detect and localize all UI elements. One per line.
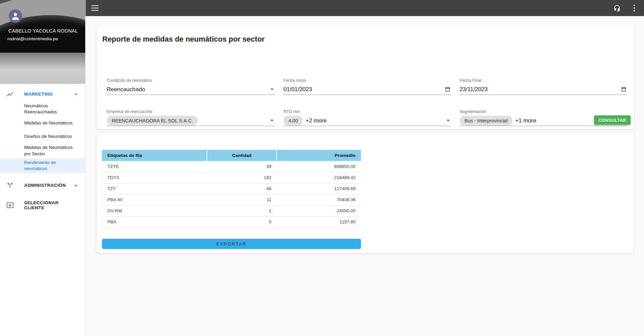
dropdown-arrow-icon — [270, 120, 274, 121]
sidebar: CABELLO YACOLCA RODNAL rodnal@contentmed… — [0, 0, 86, 336]
rtd-min-chip[interactable]: 4.00 — [283, 116, 303, 126]
rtd-min-more: +2 more — [306, 117, 327, 124]
field-fecha-inicio: Fecha Inicio 01/01/2023 — [283, 78, 451, 94]
menu-icon[interactable] — [91, 5, 99, 11]
table-row: TZY 48 127409.69 — [102, 183, 361, 194]
table-row: PBA 60 11 70438.36 — [102, 194, 361, 205]
cell-promedio: 698850.00 — [277, 161, 361, 172]
table-row: TDY3 192 218489.42 — [102, 172, 361, 183]
chevron-up-icon — [72, 91, 79, 98]
sidebar-item-neumaticos-reencauchados[interactable]: Neumáticos Reencauchados — [0, 102, 85, 116]
empresa-select[interactable]: REENCAUCHADORA EL SOL S.A.C. — [107, 116, 275, 126]
marketing-label: MARKETING — [24, 92, 72, 97]
user-name: CABELLO YACOLCA RODNAL — [8, 28, 78, 34]
condicion-select[interactable]: Reencauchado — [107, 85, 275, 95]
exportar-button[interactable]: EXPORTAR — [102, 239, 361, 249]
topbar — [86, 0, 644, 16]
sidebar-item-rendimiento-de-neumaticos[interactable]: Rendimiento de neumáticos — [0, 158, 85, 173]
field-condicion: Condición de neumático Reencauchado — [107, 78, 275, 94]
headset-icon[interactable] — [613, 4, 621, 12]
segmentacion-more: +1 more — [515, 117, 536, 124]
dropdown-arrow-icon — [270, 89, 274, 90]
call-split-icon — [6, 181, 14, 189]
cell-promedio: 218489.42 — [277, 172, 361, 183]
field-rtd-min: RTD min 4.00 +2 more — [283, 109, 451, 125]
cell-promedio: 24550.00 — [277, 205, 361, 216]
fecha-final-input[interactable]: 23/11/2023 — [460, 85, 627, 95]
sidebar-item-disenos-de-neumaticos[interactable]: Diseños de Neumáticos — [0, 130, 85, 143]
column-header: Etiquetas de fila — [102, 150, 207, 161]
cell-cantidad: 1 — [207, 205, 277, 216]
fecha-final-label: Fecha Final — [460, 78, 627, 83]
rtd-min-select[interactable]: 4.00 +2 more — [283, 116, 451, 126]
sidebar-item-medidas-de-neumaticos[interactable]: Medidas de Neumáticos — [0, 116, 85, 130]
avatar — [9, 9, 22, 23]
chevron-down-icon — [72, 182, 79, 189]
present-to-all-icon — [6, 201, 14, 209]
segmentacion-label: Segmentación — [460, 109, 627, 114]
column-header: Promedio — [277, 150, 361, 161]
cell-cantidad: 192 — [207, 172, 277, 183]
cell-etiqueta: PBA — [102, 216, 207, 227]
cell-etiqueta: PBA 60 — [102, 194, 207, 205]
topbar-actions — [613, 4, 638, 12]
table-row: DV-RM 1 24550.00 — [102, 205, 361, 216]
page-title: Reporte de medidas de neumáticos por sec… — [102, 35, 265, 44]
empresa-label: Empresa de reencauche — [107, 109, 275, 114]
column-header: Cantidad — [207, 150, 277, 161]
cell-etiqueta: TZY — [102, 183, 207, 194]
calendar-icon[interactable] — [621, 87, 627, 92]
cell-cantidad: 11 — [207, 194, 277, 205]
field-empresa: Empresa de reencauche REENCAUCHADORA EL … — [107, 109, 275, 125]
table-row: TZYE 39 698850.00 — [102, 161, 361, 172]
cell-promedio: 127409.69 — [277, 183, 361, 194]
cell-cantidad: 5 — [207, 216, 277, 227]
results-card: Etiquetas de fila Cantidad Promedio TZYE… — [97, 132, 634, 253]
sidebar-item-seleccionar-cliente[interactable]: SELECCIONAR CLIENTE — [0, 198, 85, 213]
cell-etiqueta: TDY3 — [102, 172, 207, 183]
tire-photo-floor — [0, 53, 85, 84]
cell-promedio: 1157.80 — [277, 216, 361, 227]
main-content: Reporte de medidas de neumáticos por sec… — [86, 16, 644, 336]
results-table: Etiquetas de fila Cantidad Promedio TZYE… — [102, 150, 361, 228]
trending-up-icon — [6, 90, 14, 98]
sidebar-section-administracion[interactable]: ADMINISTRACIÓN — [0, 178, 85, 193]
fecha-inicio-input[interactable]: 01/01/2023 — [283, 85, 451, 95]
report-form-card: Reporte de medidas de neumáticos por sec… — [97, 26, 634, 129]
seleccionar-cliente-label: SELECCIONAR CLIENTE — [24, 200, 79, 210]
calendar-icon[interactable] — [445, 87, 450, 92]
cell-cantidad: 48 — [207, 183, 277, 194]
consultar-button[interactable]: CONSULTAR — [594, 115, 631, 125]
fecha-final-value: 23/11/2023 — [460, 86, 488, 93]
segmentacion-chip[interactable]: Bus - Interprovincial — [460, 116, 513, 126]
empresa-chip[interactable]: REENCAUCHADORA EL SOL S.A.C. — [107, 116, 198, 126]
cell-etiqueta: TZYE — [102, 161, 207, 172]
cell-cantidad: 39 — [207, 161, 277, 172]
sidebar-item-medidas-por-sector[interactable]: Medidas de Neumáticos por Sector — [0, 143, 85, 158]
administracion-label: ADMINISTRACIÓN — [24, 183, 72, 188]
sidebar-section-marketing[interactable]: MARKETING — [0, 87, 85, 102]
rtd-min-label: RTD min — [283, 109, 451, 114]
fecha-inicio-value: 01/01/2023 — [283, 86, 312, 93]
kebab-menu-icon[interactable] — [631, 4, 638, 12]
sidebar-nav: MARKETING Neumáticos Reencauchados Medid… — [0, 84, 85, 213]
cell-promedio: 70438.36 — [277, 194, 361, 205]
condicion-label: Condición de neumático — [107, 78, 275, 83]
cell-etiqueta: DV-RM — [102, 205, 207, 216]
table-header-row: Etiquetas de fila Cantidad Promedio — [102, 150, 361, 161]
condicion-value: Reencauchado — [107, 86, 145, 93]
field-fecha-final: Fecha Final 23/11/2023 — [460, 78, 627, 94]
person-icon — [10, 11, 20, 21]
table-row: PBA 5 1157.80 — [102, 216, 361, 227]
sidebar-header-photo: CABELLO YACOLCA RODNAL rodnal@contentmed… — [0, 0, 85, 84]
dropdown-arrow-icon — [446, 120, 450, 121]
user-email: rodnal@contentmedia.pe — [7, 36, 58, 41]
fecha-inicio-label: Fecha Inicio — [283, 78, 451, 83]
